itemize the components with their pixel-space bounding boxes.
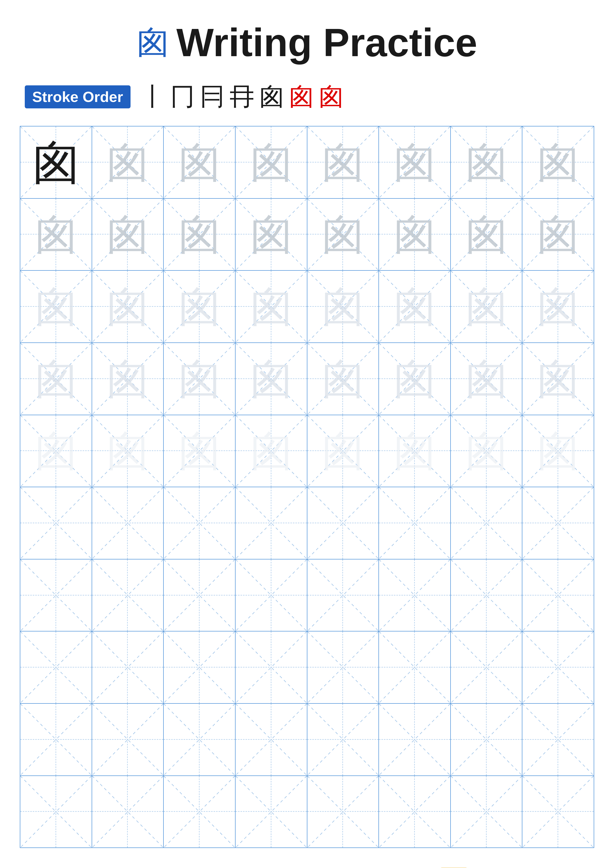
- grid-cell[interactable]: 囪: [307, 343, 379, 415]
- grid-cell[interactable]: 囪: [522, 199, 594, 270]
- grid-cell[interactable]: 囪: [522, 271, 594, 343]
- grid-cell[interactable]: [20, 487, 92, 559]
- grid-cell[interactable]: 囪: [236, 199, 307, 270]
- grid-cell[interactable]: [522, 487, 594, 559]
- grid-cell[interactable]: 囪: [451, 415, 522, 487]
- cell-character: 囪: [250, 213, 292, 255]
- grid-cell[interactable]: 囪: [236, 415, 307, 487]
- stroke-order-badge[interactable]: Stroke Order: [25, 85, 131, 108]
- grid-cell[interactable]: 囪: [307, 126, 379, 198]
- grid-cell[interactable]: 囪: [236, 343, 307, 415]
- grid-cell[interactable]: 囪: [307, 415, 379, 487]
- grid-cell[interactable]: 囪: [92, 415, 164, 487]
- grid-cell[interactable]: 囪: [236, 271, 307, 343]
- grid-cell[interactable]: [307, 631, 379, 703]
- grid-cell[interactable]: 囪: [164, 343, 236, 415]
- grid-cell[interactable]: 囪: [20, 343, 92, 415]
- grid-cell[interactable]: 囪: [164, 415, 236, 487]
- grid-cell[interactable]: 囪: [379, 126, 451, 198]
- cell-character: 囪: [33, 139, 79, 186]
- header-character-icon: 囪: [137, 21, 169, 64]
- grid-cell[interactable]: 囪: [164, 271, 236, 343]
- grid-cell[interactable]: 囪: [522, 343, 594, 415]
- grid-cell[interactable]: 囪: [20, 199, 92, 270]
- stroke-4: 冄: [230, 80, 254, 113]
- grid-cell[interactable]: 囪: [307, 199, 379, 270]
- grid-cell[interactable]: 囪: [164, 126, 236, 198]
- cell-character: 囪: [537, 358, 579, 400]
- grid-cell[interactable]: 囪: [92, 199, 164, 270]
- cell-character: 囪: [178, 358, 221, 400]
- grid-cell[interactable]: [164, 560, 236, 631]
- grid-cell[interactable]: 囪: [379, 271, 451, 343]
- grid-cell[interactable]: [92, 631, 164, 703]
- cell-character: 囪: [393, 141, 436, 183]
- grid-cell[interactable]: [307, 776, 379, 848]
- grid-cell[interactable]: [20, 560, 92, 631]
- grid-cell[interactable]: [307, 487, 379, 559]
- grid-cell[interactable]: 囪: [92, 343, 164, 415]
- grid-cell[interactable]: [522, 704, 594, 775]
- grid-cell[interactable]: [379, 560, 451, 631]
- grid-cell[interactable]: 囪: [92, 126, 164, 198]
- grid-cell[interactable]: [307, 704, 379, 775]
- grid-cell[interactable]: 囪: [20, 271, 92, 343]
- grid-cell[interactable]: [522, 560, 594, 631]
- grid-cell[interactable]: 囪: [451, 126, 522, 198]
- grid-cell[interactable]: [20, 704, 92, 775]
- cell-character: 囪: [393, 285, 436, 328]
- grid-cell[interactable]: [20, 776, 92, 848]
- grid-cell[interactable]: [379, 487, 451, 559]
- grid-cell[interactable]: [307, 560, 379, 631]
- grid-cell[interactable]: [522, 776, 594, 848]
- grid-cell[interactable]: [92, 704, 164, 775]
- grid-cell[interactable]: 囪: [522, 126, 594, 198]
- grid-cell[interactable]: [20, 631, 92, 703]
- grid-cell[interactable]: 囪: [20, 126, 92, 198]
- grid-cell[interactable]: [164, 487, 236, 559]
- grid-cell[interactable]: [236, 704, 307, 775]
- grid-cell[interactable]: [236, 487, 307, 559]
- grid-cell[interactable]: [451, 776, 522, 848]
- grid-cell[interactable]: 囪: [379, 343, 451, 415]
- grid-cell[interactable]: [236, 631, 307, 703]
- cell-character: 囪: [35, 213, 77, 255]
- grid-cell[interactable]: 囪: [164, 199, 236, 270]
- grid-cell[interactable]: [164, 631, 236, 703]
- grid-cell[interactable]: 囪: [307, 271, 379, 343]
- grid-cell[interactable]: [451, 560, 522, 631]
- grid-cell[interactable]: [92, 487, 164, 559]
- grid-cell[interactable]: [164, 704, 236, 775]
- grid-cell[interactable]: [379, 776, 451, 848]
- grid-row: 囪 囪 囪 囪 囪 囪 囪 囪: [20, 271, 594, 343]
- grid-cell[interactable]: 囪: [20, 415, 92, 487]
- grid-cell[interactable]: 囪: [92, 271, 164, 343]
- grid-cell[interactable]: [236, 560, 307, 631]
- cell-character: 囪: [35, 358, 77, 400]
- grid-cell[interactable]: [92, 776, 164, 848]
- grid-cell[interactable]: 囪: [379, 199, 451, 270]
- grid-cell[interactable]: [451, 704, 522, 775]
- grid-cell[interactable]: [92, 560, 164, 631]
- grid-cell[interactable]: 囪: [379, 415, 451, 487]
- stroke-order-section: Stroke Order 丨 冂 冃 冄 囪 囪 囪: [20, 80, 594, 113]
- grid-cell[interactable]: [379, 704, 451, 775]
- stroke-3: 冃: [200, 80, 225, 113]
- cell-character: 囪: [393, 213, 436, 255]
- grid-cell[interactable]: [522, 631, 594, 703]
- grid-cell[interactable]: 囪: [451, 343, 522, 415]
- cell-character: 囪: [465, 358, 507, 400]
- grid-row: [20, 487, 594, 560]
- grid-cell[interactable]: [451, 631, 522, 703]
- grid-cell[interactable]: 囪: [522, 415, 594, 487]
- cell-character: 囪: [322, 213, 364, 255]
- grid-cell[interactable]: [451, 487, 522, 559]
- grid-cell[interactable]: 囪: [236, 126, 307, 198]
- grid-cell[interactable]: [379, 631, 451, 703]
- grid-cell[interactable]: 囪: [451, 199, 522, 270]
- cell-character: 囪: [537, 213, 579, 255]
- grid-cell[interactable]: [236, 776, 307, 848]
- grid-cell[interactable]: [164, 776, 236, 848]
- grid-cell[interactable]: 囪: [451, 271, 522, 343]
- cell-character: 囪: [393, 430, 436, 472]
